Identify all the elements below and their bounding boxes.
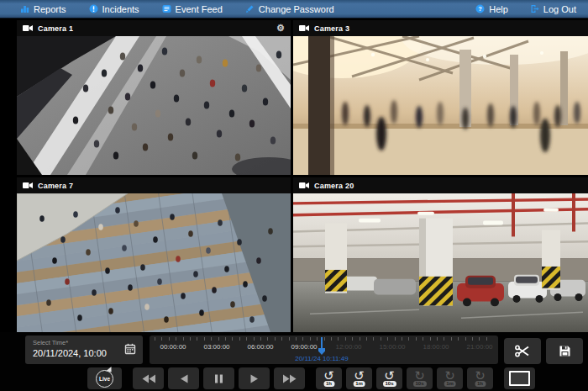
nav-help-label: Help [489, 4, 508, 14]
camera-20-header: Camera 20 [293, 177, 588, 193]
timeline-tick: 21:00:00 [466, 343, 492, 351]
playhead-line [321, 337, 323, 349]
nav-right-group: ? Help Log Out [475, 4, 588, 14]
scissors-icon [515, 345, 530, 357]
help-icon: ? [475, 4, 485, 13]
gear-icon[interactable]: ⚙ [276, 24, 285, 33]
skip-amount-badge: 10s [412, 381, 426, 387]
video-camera-icon [299, 24, 309, 32]
timeline[interactable]: 00:00:00 03:00:00 06:00:00 09:00:00 12:0… [150, 336, 498, 364]
camera-1-label: Camera 1 [38, 24, 73, 33]
nav-help[interactable]: ? Help [475, 4, 508, 14]
skip-amount-badge: 1m [444, 381, 456, 387]
skip-forward-icon: ↻ [414, 370, 425, 382]
single-view-button[interactable] [504, 367, 535, 389]
bar-chart-icon [20, 4, 29, 13]
timeline-tick: 12:00:00 [335, 343, 361, 351]
play-backward-button[interactable] [168, 367, 199, 389]
camera-7-feed[interactable] [17, 193, 291, 332]
skip-back-1m-button[interactable]: ↺ 1m [346, 367, 372, 389]
nav-event-feed-label: Event Feed [176, 4, 223, 14]
camera-3-label: Camera 3 [314, 24, 349, 33]
camera-7-header: Camera 7 [17, 177, 291, 193]
nav-reports-label: Reports [34, 4, 66, 14]
datetime-picker[interactable]: Select Time* 20/11/2024, 10:00 [25, 336, 143, 364]
nav-event-feed[interactable]: Event Feed [162, 4, 223, 14]
camera-tile-3: Camera 3 [293, 20, 588, 175]
fast-forward-icon [282, 373, 297, 384]
nav-reports[interactable]: Reports [20, 4, 66, 14]
camera-3-header: Camera 3 [293, 20, 588, 36]
skip-back-10s-button[interactable]: ↺ 10s [376, 367, 402, 389]
camera-tile-20: Camera 20 [293, 177, 588, 332]
nav-incidents-label: Incidents [102, 4, 139, 14]
play-backward-icon [179, 373, 189, 384]
live-icon: Live [96, 370, 113, 388]
nav-log-out-label: Log Out [543, 4, 576, 14]
play-icon [249, 373, 260, 384]
camera-7-label: Camera 7 [38, 182, 73, 190]
nav-change-password-label: Change Password [259, 4, 334, 14]
rewind-button[interactable] [133, 367, 164, 389]
nav-incidents[interactable]: Incidents [89, 4, 139, 14]
select-time-value: 20/11/2024, 10:00 [33, 348, 118, 358]
select-time-label: Select Time* [33, 339, 118, 346]
timeline-tick: 15:00:00 [379, 343, 405, 351]
timeline-tick: 09:00:00 [291, 343, 317, 351]
video-camera-icon [23, 24, 33, 32]
skip-forward-icon: ↻ [444, 370, 455, 382]
pencil-icon [245, 4, 255, 13]
camera-3-feed[interactable] [293, 36, 588, 175]
logout-icon [530, 4, 539, 13]
camera-7-scene [17, 193, 291, 332]
nav-log-out[interactable]: Log Out [530, 4, 576, 14]
video-camera-icon [299, 182, 309, 189]
timeline-tick: 00:00:00 [160, 343, 186, 351]
skip-back-icon: ↺ [384, 370, 395, 382]
skip-forward-icon: ↻ [475, 370, 486, 382]
live-button[interactable]: Live [87, 367, 122, 389]
skip-forward-1m-button[interactable]: ↻ 1m [437, 367, 463, 389]
skip-amount-badge: 1m [353, 381, 365, 387]
bottom-bar: Select Time* 20/11/2024, 10:00 00:00:00 … [0, 332, 588, 391]
camera-1-feed[interactable] [17, 36, 291, 175]
camera-20-feed[interactable] [293, 193, 588, 332]
playhead-timestamp: 20/11/24 10:11:49 [295, 355, 348, 362]
skip-forward-10s-button[interactable]: ↻ 10s [407, 367, 433, 389]
timeline-tick: 06:00:00 [247, 343, 273, 351]
pause-button[interactable] [203, 367, 234, 389]
alert-icon [89, 4, 98, 13]
floppy-disk-icon [559, 345, 571, 357]
camera-3-scene [293, 36, 588, 175]
camera-tile-1: Camera 1 ⚙ [17, 20, 291, 175]
fast-forward-button[interactable] [274, 367, 305, 389]
camera-1-scene [17, 36, 291, 175]
camera-tile-7: Camera 7 [17, 177, 291, 332]
skip-amount-badge: 10s [382, 381, 396, 387]
transport-controls: Live ↺ 1h ↺ 1m ↺ 10s ↻ [87, 367, 535, 389]
skip-back-icon: ↺ [323, 370, 334, 382]
save-button[interactable] [546, 338, 583, 364]
timeline-tick: 18:00:00 [423, 343, 449, 351]
pause-icon [214, 373, 223, 384]
nav-change-password[interactable]: Change Password [245, 4, 334, 14]
camera-20-scene [293, 193, 588, 332]
calendar-icon [124, 343, 136, 355]
skip-forward-1h-button[interactable]: ↻ 1h [467, 367, 493, 389]
clip-button[interactable] [504, 338, 541, 364]
video-camera-icon [23, 182, 33, 189]
feed-icon [162, 4, 171, 13]
timeline-minor-ticks [155, 337, 493, 341]
camera-20-label: Camera 20 [314, 182, 354, 190]
camera-1-header: Camera 1 ⚙ [17, 20, 291, 36]
rewind-icon [141, 373, 156, 384]
timeline-tick: 03:00:00 [203, 343, 229, 351]
play-button[interactable] [239, 367, 270, 389]
live-label: Live [99, 376, 110, 382]
playhead-marker-icon [318, 348, 325, 355]
nav-left-group: Reports Incidents Event Feed Change Pass… [0, 4, 334, 14]
skip-amount-badge: 1h [323, 381, 334, 387]
top-navbar: Reports Incidents Event Feed Change Pass… [0, 0, 588, 18]
single-view-icon [509, 371, 530, 386]
skip-back-1h-button[interactable]: ↺ 1h [316, 367, 342, 389]
